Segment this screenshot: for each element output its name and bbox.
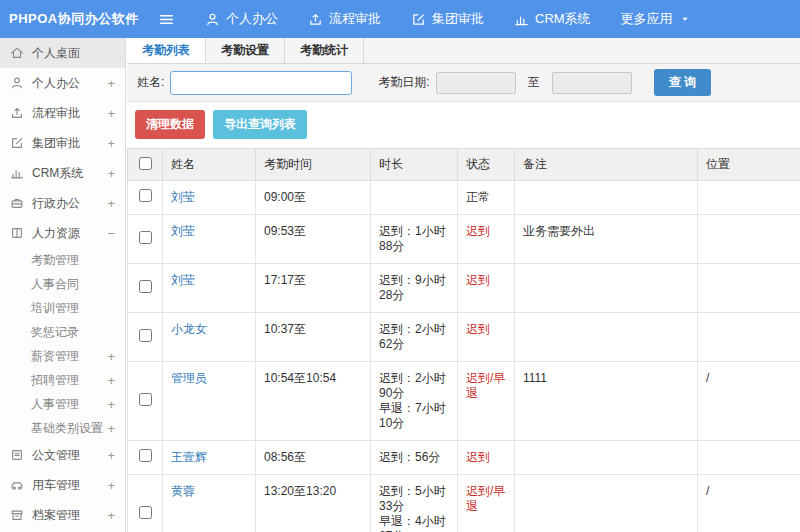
sidebar-item-workflow-approval[interactable]: 流程审批+ bbox=[0, 98, 125, 128]
remark-cell bbox=[515, 441, 698, 475]
row-checkbox-cell bbox=[128, 215, 163, 264]
search-button[interactable]: 查 询 bbox=[654, 69, 711, 96]
sidebar-subitem-salary-management[interactable]: 薪资管理+ bbox=[0, 344, 125, 368]
employee-name-link[interactable]: 刘莹 bbox=[171, 224, 195, 238]
nav-item-personal-office[interactable]: 个人办公 bbox=[205, 10, 278, 28]
export-list-button[interactable]: 导出查询列表 bbox=[213, 110, 307, 139]
table-header-row: 姓名考勤时间时长状态备注位置 bbox=[128, 149, 800, 181]
duration-cell: 迟到：1小时88分 bbox=[371, 215, 458, 264]
sidebar-item-label: 公文管理 bbox=[32, 447, 80, 464]
expand-toggle-icon[interactable]: + bbox=[107, 449, 115, 462]
row-checkbox[interactable] bbox=[139, 231, 152, 244]
row-checkbox-cell bbox=[128, 441, 163, 475]
time-cell: 08:56至 bbox=[256, 441, 371, 475]
employee-name-link[interactable]: 黄蓉 bbox=[171, 484, 195, 498]
row-checkbox[interactable] bbox=[139, 449, 152, 462]
sidebar-item-admin-office[interactable]: 行政办公+ bbox=[0, 188, 125, 218]
date-to-label: 至 bbox=[528, 74, 540, 91]
sidebar-subitem-recruitment-management[interactable]: 招聘管理+ bbox=[0, 368, 125, 392]
nav-item-group-approval[interactable]: 集团审批 bbox=[411, 10, 484, 28]
sidebar-subitem-attendance-management[interactable]: 考勤管理 bbox=[0, 248, 125, 272]
sidebar-item-label: 档案管理 bbox=[32, 507, 80, 524]
expand-toggle-icon[interactable]: + bbox=[107, 197, 115, 210]
expand-toggle-icon[interactable]: + bbox=[107, 350, 115, 363]
employee-name-link[interactable]: 刘莹 bbox=[171, 273, 195, 287]
select-all-checkbox[interactable] bbox=[139, 157, 152, 170]
sidebar-item-label: 行政办公 bbox=[32, 195, 80, 212]
date-from-input[interactable] bbox=[436, 72, 516, 94]
topbar: PHPOA协同办公软件 个人办公流程审批集团审批CRM系统更多应用 bbox=[0, 0, 800, 38]
expand-toggle-icon[interactable]: + bbox=[107, 422, 115, 435]
sidebar-subitem-label: 考勤管理 bbox=[31, 252, 79, 269]
date-to-input[interactable] bbox=[552, 72, 632, 94]
sidebar-subitem-personnel-management[interactable]: 人事管理+ bbox=[0, 392, 125, 416]
employee-name-link[interactable]: 小龙女 bbox=[171, 322, 207, 336]
name-cell: 王壹辉 bbox=[163, 441, 256, 475]
name-input[interactable] bbox=[170, 71, 352, 95]
tab-attendance-stats[interactable]: 考勤统计 bbox=[285, 38, 364, 63]
clean-data-button[interactable]: 清理数据 bbox=[135, 110, 205, 139]
time-cell: 10:54至10:54 bbox=[256, 362, 371, 441]
location-cell bbox=[698, 181, 800, 215]
sidebar-item-label: 集团审批 bbox=[32, 135, 80, 152]
expand-toggle-icon[interactable]: + bbox=[107, 374, 115, 387]
row-checkbox[interactable] bbox=[139, 329, 152, 342]
expand-toggle-icon[interactable]: + bbox=[107, 107, 115, 120]
sidebar-item-archive-management[interactable]: 档案管理+ bbox=[0, 500, 125, 530]
status-cell: 正常 bbox=[458, 181, 515, 215]
status-text: 迟到/早退 bbox=[466, 371, 505, 400]
sidebar-item-crm-system[interactable]: CRM系统+ bbox=[0, 158, 125, 188]
expand-toggle-icon[interactable]: − bbox=[107, 227, 115, 240]
attendance-time: 13:20至13:20 bbox=[264, 484, 336, 498]
remark-cell: 业务需要外出 bbox=[515, 215, 698, 264]
sidebar-item-human-resources[interactable]: 人力资源− bbox=[0, 218, 125, 248]
location-cell bbox=[698, 441, 800, 475]
expand-toggle-icon[interactable]: + bbox=[107, 509, 115, 522]
sidebar-subitem-hr-contract[interactable]: 人事合同 bbox=[0, 272, 125, 296]
row-checkbox-cell bbox=[128, 475, 163, 532]
row-checkbox[interactable] bbox=[139, 280, 152, 293]
expand-toggle-icon[interactable]: + bbox=[107, 167, 115, 180]
location-cell bbox=[698, 313, 800, 362]
column-header: 时长 bbox=[371, 149, 458, 181]
duration-cell: 迟到：2小时90分早退：7小时10分 bbox=[371, 362, 458, 441]
tab-attendance-list[interactable]: 考勤列表 bbox=[127, 38, 206, 63]
tab-attendance-settings[interactable]: 考勤设置 bbox=[206, 38, 285, 63]
nav-item-workflow-approval[interactable]: 流程审批 bbox=[308, 10, 381, 28]
sidebar-subitem-reward-records[interactable]: 奖惩记录 bbox=[0, 320, 125, 344]
expand-toggle-icon[interactable]: + bbox=[107, 479, 115, 492]
column-header: 姓名 bbox=[163, 149, 256, 181]
row-checkbox[interactable] bbox=[139, 506, 152, 519]
table-row: 刘莹09:53至迟到：1小时88分迟到业务需要外出 bbox=[128, 215, 800, 264]
sidebar-item-personal-desktop[interactable]: 个人桌面 bbox=[0, 38, 125, 68]
sidebar-item-personal-office[interactable]: 个人办公+ bbox=[0, 68, 125, 98]
expand-toggle-icon[interactable]: + bbox=[107, 137, 115, 150]
remark-cell bbox=[515, 264, 698, 313]
sidebar-subitem-label: 人事合同 bbox=[31, 276, 79, 293]
sidebar-item-vehicle-management[interactable]: 用车管理+ bbox=[0, 470, 125, 500]
location-cell bbox=[698, 215, 800, 264]
employee-name-link[interactable]: 刘莹 bbox=[171, 190, 195, 204]
top-nav: 个人办公流程审批集团审批CRM系统更多应用 bbox=[205, 10, 691, 28]
status-cell: 迟到 bbox=[458, 313, 515, 362]
row-checkbox[interactable] bbox=[139, 189, 152, 202]
attendance-time: 10:54至10:54 bbox=[264, 371, 336, 385]
employee-name-link[interactable]: 王壹辉 bbox=[171, 450, 207, 464]
menu-toggle-button[interactable] bbox=[152, 7, 181, 32]
nav-item-crm-system[interactable]: CRM系统 bbox=[514, 10, 591, 28]
sidebar-item-label: 流程审批 bbox=[32, 105, 80, 122]
sidebar-subitem-base-category-settings[interactable]: 基础类别设置+ bbox=[0, 416, 125, 440]
expand-toggle-icon[interactable]: + bbox=[107, 398, 115, 411]
sidebar-item-group-approval[interactable]: 集团审批+ bbox=[0, 128, 125, 158]
user-icon bbox=[10, 76, 24, 90]
name-cell: 小龙女 bbox=[163, 313, 256, 362]
sidebar-subitem-training-management[interactable]: 培训管理 bbox=[0, 296, 125, 320]
expand-toggle-icon[interactable]: + bbox=[107, 77, 115, 90]
attendance-time: 10:37至 bbox=[264, 322, 306, 336]
sidebar-subitem-label: 奖惩记录 bbox=[31, 324, 79, 341]
employee-name-link[interactable]: 管理员 bbox=[171, 371, 207, 385]
nav-item-more-apps[interactable]: 更多应用 bbox=[621, 10, 691, 28]
sidebar-item-document-management[interactable]: 公文管理+ bbox=[0, 440, 125, 470]
duration-text: 迟到：56分 bbox=[379, 450, 449, 465]
row-checkbox[interactable] bbox=[139, 393, 152, 406]
